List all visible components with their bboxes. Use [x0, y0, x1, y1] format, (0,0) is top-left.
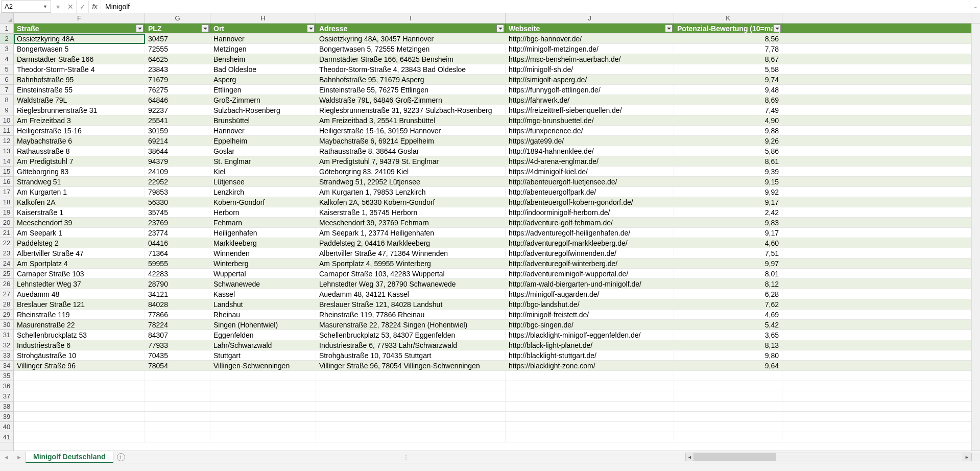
cell[interactable]: Kaiserstraße 1, 35745 Herborn: [316, 207, 506, 217]
table-row[interactable]: Lehnstedter Weg 3728790SchwanewedeLehnst…: [14, 279, 971, 289]
cell[interactable]: Winnenden: [210, 248, 316, 258]
cell[interactable]: Maybachstraße 6, 69214 Eppelheim: [316, 136, 506, 146]
row-header[interactable]: 40: [0, 422, 13, 432]
header-ort[interactable]: Ort: [210, 23, 316, 33]
cell[interactable]: 9,26: [674, 136, 782, 146]
cell[interactable]: Einsteinstraße 55, 76275 Ettlingen: [316, 85, 506, 95]
cell[interactable]: 42283: [145, 269, 210, 278]
col-header-H[interactable]: H: [210, 13, 316, 23]
cell[interactable]: Theodor-Storm-Straße 4, 23843 Bad Oldesl…: [316, 64, 506, 74]
cell[interactable]: https://blacklight-minigolf-eggenfelden.…: [506, 330, 674, 340]
row-header[interactable]: 18: [0, 197, 13, 207]
row-header[interactable]: 20: [0, 218, 13, 228]
filter-icon[interactable]: [201, 25, 209, 32]
row-header[interactable]: 36: [0, 381, 13, 391]
table-row[interactable]: Heiligerstraße 15-1630159HannoverHeilige…: [14, 126, 971, 136]
row-header[interactable]: 7: [0, 85, 13, 95]
table-row[interactable]: Am Sportplatz 459955WinterbergAm Sportpl…: [14, 258, 971, 269]
cell[interactable]: Schellenbruckplatz 53: [14, 330, 145, 340]
table-row[interactable]: Industriestraße 677933Lahr/SchwarzwaldIn…: [14, 340, 971, 350]
table-row[interactable]: Bongertwasen 572555MetzingenBongertwasen…: [14, 44, 971, 54]
cell[interactable]: http://am-wald-biergarten-und-minigolf.d…: [506, 279, 674, 289]
cell[interactable]: Rathausstraße 8, 38644 Goslar: [316, 146, 506, 156]
cell[interactable]: 5,42: [674, 320, 782, 329]
cell[interactable]: Strandweg 51: [14, 177, 145, 186]
row-header[interactable]: 9: [0, 105, 13, 115]
row-header[interactable]: 33: [0, 350, 13, 361]
cell[interactable]: Breslauer Straße 121, 84028 Landshut: [316, 299, 506, 309]
expand-formula-bar-icon[interactable]: ⌄: [970, 1, 980, 13]
cell[interactable]: 8,56: [674, 34, 782, 43]
horizontal-scrollbar[interactable]: ◄ ►: [685, 453, 971, 461]
table-row[interactable]: Kaiserstraße 135745HerbornKaiserstraße 1…: [14, 207, 971, 218]
row-header[interactable]: 16: [0, 177, 13, 187]
cell[interactable]: 79853: [145, 187, 210, 197]
table-row[interactable]: Am Seepark 123774HeiligenhafenAm Seepark…: [14, 228, 971, 238]
cell[interactable]: 4,90: [674, 115, 782, 125]
cell[interactable]: Waldstraße 79L, 64846 Groß-Zimmern: [316, 95, 506, 105]
cell[interactable]: 7,78: [674, 44, 782, 54]
cell[interactable]: 22952: [145, 177, 210, 186]
table-row[interactable]: [14, 432, 971, 442]
cell[interactable]: Göteborgring 83: [14, 167, 145, 176]
cell[interactable]: 9,88: [674, 126, 782, 135]
cells[interactable]: Straße PLZ Ort Adresse Webseite Potenzia…: [14, 23, 971, 451]
cell[interactable]: Rathausstraße 8: [14, 146, 145, 156]
row-header[interactable]: 39: [0, 412, 13, 422]
cell[interactable]: Kalkofen 2A, 56330 Kobern-Gondorf: [316, 197, 506, 207]
cell[interactable]: Am Sportplatz 4: [14, 258, 145, 268]
cell[interactable]: Rheinstraße 119: [14, 310, 145, 319]
cell[interactable]: 9,17: [674, 228, 782, 238]
cell[interactable]: Asperg: [210, 75, 316, 84]
cell[interactable]: 28790: [145, 279, 210, 289]
table-row[interactable]: [14, 381, 971, 391]
row-header[interactable]: 22: [0, 238, 13, 248]
cell[interactable]: Kobern-Gondorf: [210, 197, 316, 207]
scroll-left-icon[interactable]: ◄: [685, 453, 694, 461]
cell[interactable]: 23774: [145, 228, 210, 238]
cell[interactable]: https://funnygolf-ettlingen.de/: [506, 85, 674, 95]
cell[interactable]: Darmstädter Straße 166: [14, 54, 145, 64]
cell[interactable]: 30457: [145, 34, 210, 43]
cell[interactable]: http://abenteuergolf-kobern-gondorf.de/: [506, 197, 674, 207]
scroll-right-icon[interactable]: ►: [963, 453, 971, 461]
cell[interactable]: http://adventuregolf-markkleeberg.de/: [506, 238, 674, 248]
cell[interactable]: http://bgc-hannover.de/: [506, 34, 674, 43]
cell[interactable]: Groß-Zimmern: [210, 95, 316, 105]
table-row[interactable]: Albertviller Straße 4771364WinnendenAlbe…: [14, 248, 971, 258]
table-row[interactable]: Ossietzkyring 48A30457HannoverOssietzkyr…: [14, 34, 971, 44]
cell[interactable]: Paddelsteg 2, 04416 Markkleeberg: [316, 238, 506, 248]
cell[interactable]: 69214: [145, 136, 210, 146]
cell[interactable]: 8,01: [674, 269, 782, 278]
cell[interactable]: 71364: [145, 248, 210, 258]
cell[interactable]: Göteborgring 83, 24109 Kiel: [316, 167, 506, 176]
cell[interactable]: Stuttgart: [210, 350, 316, 360]
cell[interactable]: 9,64: [674, 361, 782, 370]
col-header-K[interactable]: K: [674, 13, 782, 23]
cell[interactable]: http://black-light-planet.de/: [506, 340, 674, 350]
cell[interactable]: 6,28: [674, 289, 782, 299]
fx-icon[interactable]: fx: [89, 1, 101, 13]
filter-icon[interactable]: [773, 25, 781, 32]
cell[interactable]: Am Freizeitbad 3: [14, 115, 145, 125]
cell[interactable]: Bensheim: [210, 54, 316, 64]
cell[interactable]: Meeschendorf 39, 23769 Fehmarn: [316, 218, 506, 227]
cell[interactable]: https://msc-bensheim-auerbach.de/: [506, 54, 674, 64]
table-row[interactable]: Masurenstraße 2278224Singen (Hohentwiel)…: [14, 320, 971, 330]
cell[interactable]: http://adventuregolf-winterberg.de/: [506, 258, 674, 268]
cell[interactable]: 30159: [145, 126, 210, 135]
cell[interactable]: https://minigolf-augarden.de/: [506, 289, 674, 299]
row-header[interactable]: 35: [0, 371, 13, 381]
cell[interactable]: 56330: [145, 197, 210, 207]
cell[interactable]: https://fahrwerk.de/: [506, 95, 674, 105]
row-header[interactable]: 3: [0, 44, 13, 54]
cell[interactable]: 5,58: [674, 64, 782, 74]
row-header[interactable]: 1: [0, 23, 13, 34]
cell[interactable]: https://blacklight-zone.com/: [506, 361, 674, 370]
cell[interactable]: Lehnstedter Weg 37, 28790 Schwanewede: [316, 279, 506, 289]
cell[interactable]: Industriestraße 6, 77933 Lahr/Schwarzwal…: [316, 340, 506, 350]
cell[interactable]: https://freizeittreff-siebenquellen.de/: [506, 105, 674, 115]
row-header[interactable]: 13: [0, 146, 13, 156]
cell[interactable]: 23769: [145, 218, 210, 227]
row-header[interactable]: 30: [0, 320, 13, 330]
